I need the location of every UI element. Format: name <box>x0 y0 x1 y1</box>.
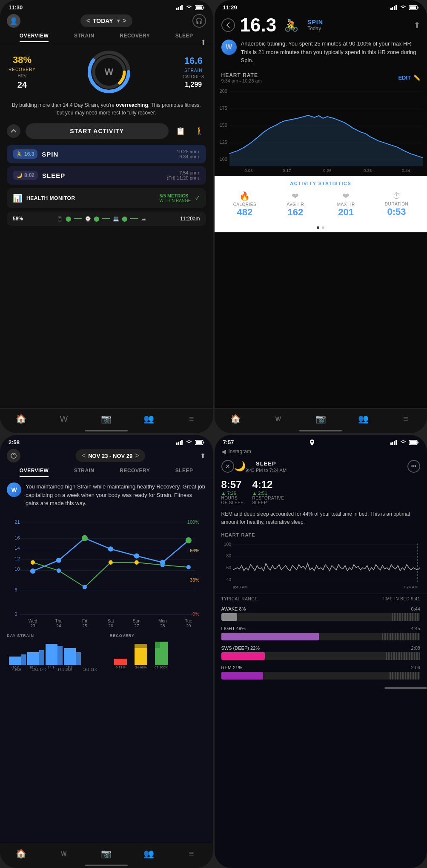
awake-header: AWAKE 8% 0:44 <box>221 606 421 611</box>
sleep-header-icons: 🌙 <box>234 461 246 472</box>
home-nav-btn-2[interactable]: 🏠 <box>229 413 241 425</box>
rem-header: REM 21% 2:04 <box>221 665 421 670</box>
edit-activity-icon[interactable]: 📋 <box>174 124 187 138</box>
svg-rect-17 <box>410 6 416 9</box>
headphones-icon[interactable]: 🎧 <box>192 14 206 28</box>
tab-recovery-1[interactable]: RECOVERY <box>120 33 150 42</box>
stat-cal-value: 482 <box>221 207 269 218</box>
svg-text:Mon: Mon <box>158 619 167 623</box>
svg-text:0: 0 <box>14 611 17 616</box>
start-activity-row: START ACTIVITY 📋 🚶 <box>0 120 213 142</box>
week-nav[interactable]: < NOV 23 - NOV 29 > <box>76 449 145 462</box>
community-nav-btn[interactable]: 👥 <box>143 413 155 425</box>
svg-text:175: 175 <box>219 105 227 110</box>
battery-pct: 58% <box>13 216 23 222</box>
tab-sleep-1[interactable]: SLEEP <box>175 33 193 42</box>
activity-spin[interactable]: 🚴 16.3 SPIN 10:28 am ↑ 9:34 am ↓ <box>7 145 206 163</box>
spin-badge: 🚴 16.3 <box>13 149 37 159</box>
health-monitor[interactable]: 📊 HEALTH MONITOR 5/5 METRICS WITHIN RANG… <box>7 188 206 208</box>
svg-rect-38 <box>181 440 183 445</box>
edit-button[interactable]: EDIT ✏️ <box>398 74 420 81</box>
tab-overview-3[interactable]: OVERVIEW <box>20 468 49 477</box>
menu-nav-btn[interactable]: ≡ <box>186 413 198 425</box>
sleep-stage-awake: AWAKE 8% 0:44 <box>215 604 427 623</box>
prev-day-btn[interactable]: < <box>86 17 90 25</box>
share-btn-2[interactable]: ⬆ <box>414 20 420 30</box>
svg-text:29: 29 <box>186 624 191 627</box>
svg-text:9:43 PM: 9:43 PM <box>233 585 248 589</box>
sleep-hr-title: HEART RATE <box>215 531 427 539</box>
week-prev-btn[interactable]: < <box>82 452 86 460</box>
week-next-btn[interactable]: > <box>135 452 139 460</box>
tab-sleep-3[interactable]: SLEEP <box>175 468 193 477</box>
weekly-text: You maintained high Strain while maintai… <box>26 483 206 508</box>
signal-icon <box>176 5 183 10</box>
svg-point-72 <box>160 562 165 567</box>
svg-rect-113 <box>395 440 397 445</box>
conn-2: ⬤ <box>94 216 99 222</box>
band-icon: ⌚ <box>85 216 91 222</box>
stat-avghr-value: 162 <box>272 207 319 218</box>
camera-nav-btn[interactable]: 📷 <box>100 413 112 425</box>
sleep-description: REM and deep sleep accounted for 44% of … <box>215 508 427 531</box>
svg-rect-3 <box>181 5 183 10</box>
calories-label: CALORIES <box>183 74 204 79</box>
rem-bar-container <box>221 672 421 680</box>
menu-nav-btn-2[interactable]: ≡ <box>400 413 412 425</box>
whoop-nav-btn-2[interactable]: W <box>272 413 284 425</box>
whoop-nav-btn[interactable]: W <box>58 413 70 425</box>
svg-rect-12 <box>390 8 392 10</box>
restorative-delta: ▲ 2:51 <box>252 491 284 496</box>
collapse-btn[interactable] <box>7 124 20 138</box>
deep-bar-container <box>221 652 421 660</box>
device-icons: 📱 ⬤ ⌚ ⬤ 💻 ⬤ ☁ <box>57 216 146 222</box>
svg-text:0:08: 0:08 <box>244 168 253 172</box>
svg-text:W: W <box>105 66 114 77</box>
sleep-time-range: 9:43 PM to 7:24 AM <box>246 468 287 473</box>
community-nav-btn-2[interactable]: 👥 <box>357 413 369 425</box>
back-button[interactable] <box>221 18 235 32</box>
sleep-stage-light: LIGHT 49% 4:45 <box>215 623 427 643</box>
svg-rect-2 <box>180 6 181 10</box>
strain-ring: W <box>86 49 132 95</box>
options-button[interactable]: ••• <box>407 460 420 473</box>
home-nav-btn[interactable]: 🏠 <box>15 413 27 425</box>
collapse-btn-3[interactable] <box>7 449 20 463</box>
tab-strain-1[interactable]: STRAIN <box>74 33 95 42</box>
recovery-label: RECOVERY <box>9 67 36 72</box>
rem-typical <box>388 672 420 680</box>
svg-text:0:44: 0:44 <box>401 168 410 172</box>
weekly-insight: W You maintained high Strain while maint… <box>0 479 213 513</box>
camera-nav-btn-3[interactable]: 📷 <box>100 848 112 859</box>
status-bar-3: 2:58 <box>0 435 213 447</box>
svg-rect-89 <box>27 652 39 665</box>
community-nav-btn-3[interactable]: 👥 <box>143 848 155 859</box>
person-icon[interactable]: 🚶 <box>192 124 206 138</box>
tab-overview-1[interactable]: OVERVIEW <box>20 33 49 42</box>
svg-text:24: 24 <box>56 624 61 627</box>
share-btn-3[interactable]: ⬆ <box>200 452 206 460</box>
home-indicator-2 <box>299 430 342 431</box>
close-button[interactable]: ✕ <box>221 460 234 473</box>
nav-bar-3: < NOV 23 - NOV 29 > ⬆ <box>0 447 213 466</box>
strain-label: STRAIN <box>184 68 203 73</box>
camera-nav-btn-2[interactable]: 📷 <box>315 413 327 425</box>
tab-recovery-3[interactable]: RECOVERY <box>120 468 150 477</box>
activity-sleep[interactable]: 🌙 8:02 SLEEP 7:54 am ↑ (Fri) 11:20 pm ↓ <box>7 166 206 185</box>
start-activity-button[interactable]: START ACTIVITY <box>26 123 169 139</box>
week-range: NOV 23 - NOV 29 <box>88 453 132 459</box>
share-icon[interactable]: ⬆ <box>201 38 206 46</box>
svg-point-109 <box>311 441 313 443</box>
home-nav-btn-3[interactable]: 🏠 <box>15 848 27 859</box>
sleep-hr-chart: 100 80 60 40 9:43 PM 7:24 AM <box>215 539 427 594</box>
date-nav[interactable]: < TODAY ▾ > <box>80 14 132 27</box>
next-day-btn[interactable]: > <box>122 17 126 25</box>
menu-nav-btn-3[interactable]: ≡ <box>186 848 198 859</box>
sleep-badge: 🌙 8:02 <box>13 171 38 180</box>
back-arrow-icon[interactable]: ◀ <box>221 448 226 455</box>
stat-dur-value: 0:53 <box>373 206 420 217</box>
tab-strain-3[interactable]: STRAIN <box>74 468 95 477</box>
svg-rect-90 <box>46 644 57 665</box>
whoop-nav-btn-3[interactable]: W <box>58 848 70 859</box>
svg-text:80: 80 <box>226 554 231 559</box>
